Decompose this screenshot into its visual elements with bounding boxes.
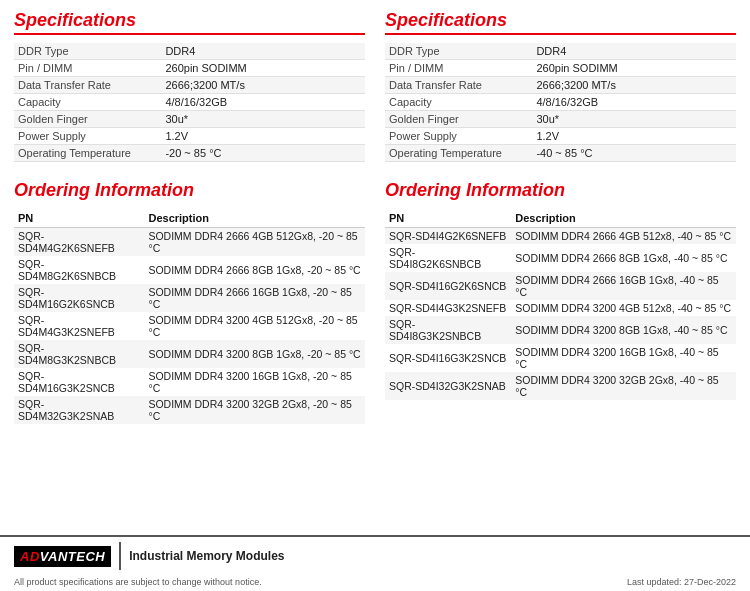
spec-label: Capacity xyxy=(385,94,532,111)
spec-value: 2666;3200 MT/s xyxy=(161,77,365,94)
table-row: SQR-SD4M32G3K2SNABSODIMM DDR4 3200 32GB … xyxy=(14,396,365,424)
table-row: Golden Finger30u* xyxy=(14,111,365,128)
part-number: SQR-SD4I4G3K2SNEFB xyxy=(385,300,511,316)
footer-divider xyxy=(119,542,121,570)
table-row: SQR-SD4M16G3K2SNCBSODIMM DDR4 3200 16GB … xyxy=(14,368,365,396)
table-row: Power Supply1.2V xyxy=(385,128,736,145)
spec-label: Power Supply xyxy=(14,128,161,145)
table-row: SQR-SD4I8G3K2SNBCBSODIMM DDR4 3200 8GB 1… xyxy=(385,316,736,344)
description: SODIMM DDR4 3200 32GB 2Gx8, -40 ~ 85 °C xyxy=(511,372,736,400)
spec-value: -20 ~ 85 °C xyxy=(161,145,365,162)
description: SODIMM DDR4 3200 8GB 1Gx8, -20 ~ 85 °C xyxy=(144,340,365,368)
part-number: SQR-SD4I8G3K2SNBCB xyxy=(385,316,511,344)
spec-value: 30u* xyxy=(161,111,365,128)
part-number: SQR-SD4M4G2K6SNEFB xyxy=(14,228,144,257)
table-row: SQR-SD4I4G2K6SNEFBSODIMM DDR4 2666 4GB 5… xyxy=(385,228,736,245)
table-row: DDR TypeDDR4 xyxy=(14,43,365,60)
table-row: Pin / DIMM260pin SODIMM xyxy=(14,60,365,77)
footer-top: ADVANTECH Industrial Memory Modules xyxy=(0,535,750,575)
footer-bottom: All product specifications are subject t… xyxy=(0,575,750,591)
spec-label: Data Transfer Rate xyxy=(14,77,161,94)
left-spec-table: DDR TypeDDR4Pin / DIMM260pin SODIMMData … xyxy=(14,43,365,162)
part-number: SQR-SD4M4G3K2SNEFB xyxy=(14,312,144,340)
spec-value: DDR4 xyxy=(532,43,736,60)
description: SODIMM DDR4 3200 16GB 1Gx8, -20 ~ 85 °C xyxy=(144,368,365,396)
description: SODIMM DDR4 3200 16GB 1Gx8, -40 ~ 85 °C xyxy=(511,344,736,372)
spec-value: 4/8/16/32GB xyxy=(532,94,736,111)
table-row: SQR-SD4I32G3K2SNABSODIMM DDR4 3200 32GB … xyxy=(385,372,736,400)
table-row: Capacity4/8/16/32GB xyxy=(385,94,736,111)
spec-label: DDR Type xyxy=(385,43,532,60)
part-number: SQR-SD4I32G3K2SNAB xyxy=(385,372,511,400)
left-column: Specifications DDR TypeDDR4Pin / DIMM260… xyxy=(14,10,365,424)
description: SODIMM DDR4 3200 8GB 1Gx8, -40 ~ 85 °C xyxy=(511,316,736,344)
spec-value: 260pin SODIMM xyxy=(161,60,365,77)
part-number: SQR-SD4M16G3K2SNCB xyxy=(14,368,144,396)
left-order-table: PNDescription SQR-SD4M4G2K6SNEFBSODIMM D… xyxy=(14,209,365,424)
part-number: SQR-SD4I16G3K2SNCB xyxy=(385,344,511,372)
spec-label: Pin / DIMM xyxy=(14,60,161,77)
description: SODIMM DDR4 3200 4GB 512x8, -40 ~ 85 °C xyxy=(511,300,736,316)
spec-label: Operating Temperature xyxy=(14,145,161,162)
two-column-layout: Specifications DDR TypeDDR4Pin / DIMM260… xyxy=(14,10,736,424)
logo-vantech: VANTECH xyxy=(40,549,105,564)
column-header: PN xyxy=(385,209,511,228)
table-row: Operating Temperature-40 ~ 85 °C xyxy=(385,145,736,162)
part-number: SQR-SD4I16G2K6SNCB xyxy=(385,272,511,300)
table-row: SQR-SD4M4G3K2SNEFBSODIMM DDR4 3200 4GB 5… xyxy=(14,312,365,340)
table-row: SQR-SD4I16G2K6SNCBSODIMM DDR4 2666 16GB … xyxy=(385,272,736,300)
right-column: Specifications DDR TypeDDR4Pin / DIMM260… xyxy=(385,10,736,424)
description: SODIMM DDR4 2666 16GB 1Gx8, -40 ~ 85 °C xyxy=(511,272,736,300)
part-number: SQR-SD4I4G2K6SNEFB xyxy=(385,228,511,245)
table-row: SQR-SD4M4G2K6SNEFBSODIMM DDR4 2666 4GB 5… xyxy=(14,228,365,257)
part-number: SQR-SD4M8G2K6SNBCB xyxy=(14,256,144,284)
spec-value: 4/8/16/32GB xyxy=(161,94,365,111)
spec-label: Golden Finger xyxy=(385,111,532,128)
table-row: Operating Temperature-20 ~ 85 °C xyxy=(14,145,365,162)
spec-value: 260pin SODIMM xyxy=(532,60,736,77)
spec-value: 30u* xyxy=(532,111,736,128)
part-number: SQR-SD4M32G3K2SNAB xyxy=(14,396,144,424)
table-row: SQR-SD4I8G2K6SNBCBSODIMM DDR4 2666 8GB 1… xyxy=(385,244,736,272)
footer-tagline: Industrial Memory Modules xyxy=(129,549,284,563)
part-number: SQR-SD4M16G2K6SNCB xyxy=(14,284,144,312)
table-row: SQR-SD4M8G3K2SNBCBSODIMM DDR4 3200 8GB 1… xyxy=(14,340,365,368)
column-header: Description xyxy=(144,209,365,228)
right-order-title: Ordering Information xyxy=(385,180,736,201)
table-row: SQR-SD4M8G2K6SNBCBSODIMM DDR4 2666 8GB 1… xyxy=(14,256,365,284)
main-content: Specifications DDR TypeDDR4Pin / DIMM260… xyxy=(0,0,750,484)
left-order-title: Ordering Information xyxy=(14,180,365,201)
spec-label: DDR Type xyxy=(14,43,161,60)
spec-value: DDR4 xyxy=(161,43,365,60)
table-row: SQR-SD4I4G3K2SNEFBSODIMM DDR4 3200 4GB 5… xyxy=(385,300,736,316)
spec-value: 2666;3200 MT/s xyxy=(532,77,736,94)
spec-value: 1.2V xyxy=(532,128,736,145)
table-row: Power Supply1.2V xyxy=(14,128,365,145)
spec-value: 1.2V xyxy=(161,128,365,145)
spec-label: Data Transfer Rate xyxy=(385,77,532,94)
table-row: Capacity4/8/16/32GB xyxy=(14,94,365,111)
column-header: Description xyxy=(511,209,736,228)
spec-label: Pin / DIMM xyxy=(385,60,532,77)
logo-ad: AD xyxy=(20,549,40,564)
right-spec-title: Specifications xyxy=(385,10,736,35)
table-row: Golden Finger30u* xyxy=(385,111,736,128)
description: SODIMM DDR4 2666 4GB 512x8, -40 ~ 85 °C xyxy=(511,228,736,245)
part-number: SQR-SD4M8G3K2SNBCB xyxy=(14,340,144,368)
footer-note: All product specifications are subject t… xyxy=(14,577,262,587)
description: SODIMM DDR4 2666 16GB 1Gx8, -20 ~ 85 °C xyxy=(144,284,365,312)
spec-label: Operating Temperature xyxy=(385,145,532,162)
left-spec-title: Specifications xyxy=(14,10,365,35)
description: SODIMM DDR4 3200 32GB 2Gx8, -20 ~ 85 °C xyxy=(144,396,365,424)
footer-date: Last updated: 27-Dec-2022 xyxy=(627,577,736,587)
column-header: PN xyxy=(14,209,144,228)
right-spec-table: DDR TypeDDR4Pin / DIMM260pin SODIMMData … xyxy=(385,43,736,162)
description: SODIMM DDR4 2666 4GB 512Gx8, -20 ~ 85 °C xyxy=(144,228,365,257)
table-row: Data Transfer Rate2666;3200 MT/s xyxy=(385,77,736,94)
table-row: SQR-SD4M16G2K6SNCBSODIMM DDR4 2666 16GB … xyxy=(14,284,365,312)
footer: ADVANTECH Industrial Memory Modules All … xyxy=(0,535,750,591)
spec-label: Power Supply xyxy=(385,128,532,145)
table-row: DDR TypeDDR4 xyxy=(385,43,736,60)
spec-value: -40 ~ 85 °C xyxy=(532,145,736,162)
description: SODIMM DDR4 2666 8GB 1Gx8, -20 ~ 85 °C xyxy=(144,256,365,284)
